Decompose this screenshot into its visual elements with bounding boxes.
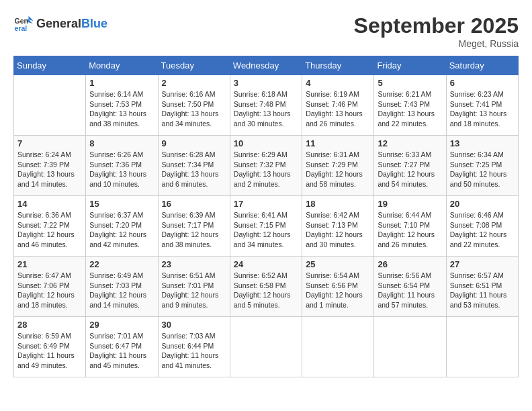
day-info: Sunrise: 6:29 AM Sunset: 7:32 PM Dayligh…	[234, 150, 298, 189]
day-cell: 14Sunrise: 6:36 AM Sunset: 7:22 PM Dayli…	[14, 196, 86, 257]
day-cell: 21Sunrise: 6:47 AM Sunset: 7:06 PM Dayli…	[14, 257, 86, 317]
day-info: Sunrise: 6:19 AM Sunset: 7:46 PM Dayligh…	[306, 89, 370, 129]
week-row-2: 7Sunrise: 6:24 AM Sunset: 7:39 PM Daylig…	[14, 136, 519, 196]
day-info: Sunrise: 6:33 AM Sunset: 7:27 PM Dayligh…	[378, 150, 442, 189]
day-number: 12	[378, 138, 442, 148]
day-info: Sunrise: 6:34 AM Sunset: 7:25 PM Dayligh…	[450, 150, 515, 189]
day-info: Sunrise: 6:56 AM Sunset: 6:54 PM Dayligh…	[378, 271, 442, 310]
day-cell: 20Sunrise: 6:46 AM Sunset: 7:08 PM Dayli…	[446, 196, 518, 257]
day-cell: 24Sunrise: 6:52 AM Sunset: 6:58 PM Dayli…	[230, 257, 302, 317]
logo-general: General	[36, 17, 81, 30]
day-info: Sunrise: 6:16 AM Sunset: 7:50 PM Dayligh…	[162, 89, 226, 129]
day-number: 4	[306, 78, 370, 88]
day-cell: 9Sunrise: 6:28 AM Sunset: 7:34 PM Daylig…	[158, 136, 230, 196]
day-info: Sunrise: 6:14 AM Sunset: 7:53 PM Dayligh…	[89, 89, 154, 129]
day-cell: 10Sunrise: 6:29 AM Sunset: 7:32 PM Dayli…	[230, 136, 302, 196]
day-info: Sunrise: 6:37 AM Sunset: 7:20 PM Dayligh…	[89, 210, 154, 250]
day-cell: 15Sunrise: 6:37 AM Sunset: 7:20 PM Dayli…	[86, 196, 158, 257]
day-info: Sunrise: 6:21 AM Sunset: 7:43 PM Dayligh…	[378, 89, 442, 129]
day-info: Sunrise: 6:46 AM Sunset: 7:08 PM Dayligh…	[450, 210, 515, 250]
col-header-friday: Friday	[374, 56, 446, 75]
day-cell: 27Sunrise: 6:57 AM Sunset: 6:51 PM Dayli…	[446, 257, 518, 317]
day-cell: 17Sunrise: 6:41 AM Sunset: 7:15 PM Dayli…	[230, 196, 302, 257]
day-info: Sunrise: 6:51 AM Sunset: 7:01 PM Dayligh…	[162, 271, 226, 310]
day-cell: 28Sunrise: 6:59 AM Sunset: 6:49 PM Dayli…	[14, 317, 86, 377]
day-number: 28	[17, 320, 82, 330]
day-cell: 11Sunrise: 6:31 AM Sunset: 7:29 PM Dayli…	[302, 136, 374, 196]
day-info: Sunrise: 6:24 AM Sunset: 7:39 PM Dayligh…	[17, 150, 82, 189]
day-number: 15	[89, 199, 154, 209]
day-cell: 13Sunrise: 6:34 AM Sunset: 7:25 PM Dayli…	[446, 136, 518, 196]
day-info: Sunrise: 7:03 AM Sunset: 6:44 PM Dayligh…	[162, 331, 226, 371]
day-cell	[446, 317, 518, 377]
day-cell: 26Sunrise: 6:56 AM Sunset: 6:54 PM Dayli…	[374, 257, 446, 317]
day-info: Sunrise: 6:18 AM Sunset: 7:48 PM Dayligh…	[234, 89, 298, 129]
day-info: Sunrise: 6:59 AM Sunset: 6:49 PM Dayligh…	[17, 331, 82, 371]
day-number: 1	[89, 78, 154, 88]
day-cell: 19Sunrise: 6:44 AM Sunset: 7:10 PM Dayli…	[374, 196, 446, 257]
day-number: 9	[162, 138, 226, 148]
day-info: Sunrise: 7:01 AM Sunset: 6:47 PM Dayligh…	[89, 331, 154, 371]
day-number: 17	[234, 199, 298, 209]
day-cell: 18Sunrise: 6:42 AM Sunset: 7:13 PM Dayli…	[302, 196, 374, 257]
day-info: Sunrise: 6:28 AM Sunset: 7:34 PM Dayligh…	[162, 150, 226, 189]
day-info: Sunrise: 6:39 AM Sunset: 7:17 PM Dayligh…	[162, 210, 226, 250]
day-number: 21	[17, 259, 82, 269]
day-number: 19	[378, 199, 442, 209]
page-header: Gen eral GeneralBlue September 2025 Mege…	[13, 13, 519, 49]
day-cell: 8Sunrise: 6:26 AM Sunset: 7:36 PM Daylig…	[86, 136, 158, 196]
day-cell: 22Sunrise: 6:49 AM Sunset: 7:03 PM Dayli…	[86, 257, 158, 317]
header-row: SundayMondayTuesdayWednesdayThursdayFrid…	[14, 56, 519, 75]
day-number: 18	[306, 199, 370, 209]
day-cell: 1Sunrise: 6:14 AM Sunset: 7:53 PM Daylig…	[86, 75, 158, 136]
day-info: Sunrise: 6:36 AM Sunset: 7:22 PM Dayligh…	[17, 210, 82, 250]
week-row-4: 21Sunrise: 6:47 AM Sunset: 7:06 PM Dayli…	[14, 257, 519, 317]
day-cell: 16Sunrise: 6:39 AM Sunset: 7:17 PM Dayli…	[158, 196, 230, 257]
day-cell: 2Sunrise: 6:16 AM Sunset: 7:50 PM Daylig…	[158, 75, 230, 136]
day-info: Sunrise: 6:31 AM Sunset: 7:29 PM Dayligh…	[306, 150, 370, 189]
col-header-tuesday: Tuesday	[158, 56, 230, 75]
day-number: 27	[450, 259, 515, 269]
day-number: 23	[162, 259, 226, 269]
logo: Gen eral GeneralBlue	[13, 13, 107, 34]
day-info: Sunrise: 6:47 AM Sunset: 7:06 PM Dayligh…	[17, 271, 82, 310]
day-number: 16	[162, 199, 226, 209]
day-number: 5	[378, 78, 442, 88]
svg-text:eral: eral	[15, 24, 28, 32]
day-number: 30	[162, 320, 226, 330]
title-block: September 2025 Meget, Russia	[354, 13, 519, 49]
week-row-3: 14Sunrise: 6:36 AM Sunset: 7:22 PM Dayli…	[14, 196, 519, 257]
day-cell: 29Sunrise: 7:01 AM Sunset: 6:47 PM Dayli…	[86, 317, 158, 377]
month-title: September 2025	[354, 13, 519, 38]
day-number: 6	[450, 78, 515, 88]
day-cell: 7Sunrise: 6:24 AM Sunset: 7:39 PM Daylig…	[14, 136, 86, 196]
col-header-sunday: Sunday	[14, 56, 86, 75]
day-number: 26	[378, 259, 442, 269]
week-row-1: 1Sunrise: 6:14 AM Sunset: 7:53 PM Daylig…	[14, 75, 519, 136]
day-cell	[14, 75, 86, 136]
day-info: Sunrise: 6:54 AM Sunset: 6:56 PM Dayligh…	[306, 271, 370, 310]
day-number: 29	[89, 320, 154, 330]
day-number: 13	[450, 138, 515, 148]
location: Meget, Russia	[354, 38, 519, 49]
day-info: Sunrise: 6:57 AM Sunset: 6:51 PM Dayligh…	[450, 271, 515, 310]
day-cell: 25Sunrise: 6:54 AM Sunset: 6:56 PM Dayli…	[302, 257, 374, 317]
day-cell: 6Sunrise: 6:23 AM Sunset: 7:41 PM Daylig…	[446, 75, 518, 136]
day-number: 25	[306, 259, 370, 269]
day-cell: 4Sunrise: 6:19 AM Sunset: 7:46 PM Daylig…	[302, 75, 374, 136]
day-cell: 5Sunrise: 6:21 AM Sunset: 7:43 PM Daylig…	[374, 75, 446, 136]
day-cell: 12Sunrise: 6:33 AM Sunset: 7:27 PM Dayli…	[374, 136, 446, 196]
day-cell: 23Sunrise: 6:51 AM Sunset: 7:01 PM Dayli…	[158, 257, 230, 317]
day-info: Sunrise: 6:23 AM Sunset: 7:41 PM Dayligh…	[450, 89, 515, 129]
day-number: 8	[89, 138, 154, 148]
day-number: 24	[234, 259, 298, 269]
day-number: 22	[89, 259, 154, 269]
day-number: 3	[234, 78, 298, 88]
day-cell	[374, 317, 446, 377]
day-number: 2	[162, 78, 226, 88]
day-info: Sunrise: 6:49 AM Sunset: 7:03 PM Dayligh…	[89, 271, 154, 310]
day-info: Sunrise: 6:26 AM Sunset: 7:36 PM Dayligh…	[89, 150, 154, 189]
day-info: Sunrise: 6:52 AM Sunset: 6:58 PM Dayligh…	[234, 271, 298, 310]
col-header-thursday: Thursday	[302, 56, 374, 75]
day-cell	[230, 317, 302, 377]
